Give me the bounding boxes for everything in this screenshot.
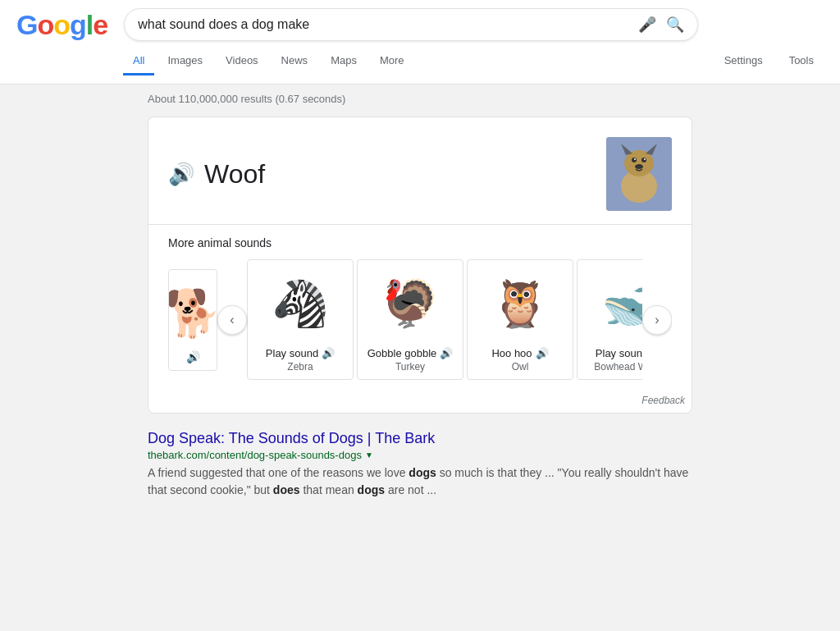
search-bar[interactable]: 🎤 🔍	[124, 8, 698, 41]
animal-sound-turkey: Gobble gobble 🔊	[364, 347, 456, 359]
main-content: About 110,000,000 results (0.67 seconds)…	[0, 85, 840, 507]
nav-bar: All Images Videos News Maps More Setting…	[16, 48, 824, 75]
animals-carousel: 🐕 🔊 ‹ 🦓 Play sound 🔊 Zebra	[168, 259, 672, 380]
dog-image	[606, 137, 672, 211]
animal-sound-owl: Hoo hoo 🔊	[474, 347, 566, 359]
turkey-sound-label: Gobble gobble	[368, 347, 437, 359]
result-snippet: A friend suggested that one of the reaso…	[148, 464, 692, 499]
animal-img-owl: 🦉	[474, 267, 566, 341]
svg-point-6	[641, 158, 646, 162]
animal-card-zebra: 🦓 Play sound 🔊 Zebra	[247, 259, 354, 380]
animal-sounds-title: More animal sounds	[168, 236, 672, 249]
animal-img-whale: 🐋	[584, 267, 642, 341]
animals-list: 🦓 Play sound 🔊 Zebra 🦃 Gobble gobble 🔊	[247, 259, 642, 380]
result-count: About 110,000,000 results (0.67 seconds)	[148, 93, 692, 105]
tab-videos[interactable]: Videos	[216, 48, 268, 75]
search-button[interactable]: 🔍	[666, 16, 684, 34]
settings-link[interactable]: Settings	[714, 48, 773, 75]
turkey-sound-icon[interactable]: 🔊	[440, 347, 453, 359]
animal-card-whale: 🐋 Play sound 🔊 Bowhead Whale	[577, 259, 642, 380]
animal-sound-zebra: Play sound 🔊	[254, 347, 346, 359]
search-icons: 🎤 🔍	[638, 16, 684, 34]
header-top: Google 🎤 🔍	[16, 8, 824, 41]
tab-images[interactable]: Images	[158, 48, 212, 75]
turkey-name: Turkey	[364, 361, 456, 373]
tab-news[interactable]: News	[272, 48, 318, 75]
dog-svg	[606, 137, 672, 211]
feedback-link[interactable]: Feedback	[148, 391, 692, 413]
zebra-sound-icon[interactable]: 🔊	[322, 347, 335, 359]
svg-point-9	[635, 164, 643, 169]
dropdown-icon[interactable]: ▼	[365, 450, 373, 460]
knowledge-panel: 🔊 Woof	[148, 117, 692, 414]
panel-top: 🔊 Woof	[148, 117, 692, 224]
whale-sound-label: Play sound	[596, 347, 642, 359]
zebra-sound-label: Play sound	[266, 347, 318, 359]
svg-point-7	[634, 158, 636, 160]
animal-card-owl: 🦉 Hoo hoo 🔊 Owl	[467, 259, 573, 380]
partial-animal-img: 🐕	[176, 277, 210, 350]
owl-name: Owl	[474, 361, 566, 373]
svg-point-8	[644, 158, 646, 160]
nav-tabs: All Images Videos News Maps More	[123, 48, 414, 75]
nav-right: Settings Tools	[714, 48, 824, 75]
search-result: Dog Speak: The Sounds of Dogs | The Bark…	[148, 430, 692, 499]
tab-more[interactable]: More	[370, 48, 414, 75]
partial-animal-card: 🐕 🔊	[168, 269, 217, 371]
result-url-text: thebark.com/content/dog-speak-sounds-dog…	[148, 449, 362, 461]
search-input[interactable]	[138, 17, 638, 32]
svg-point-5	[632, 158, 637, 162]
animal-img-turkey: 🦃	[364, 267, 456, 341]
whale-name: Bowhead Whale	[584, 361, 642, 373]
owl-sound-icon[interactable]: 🔊	[536, 347, 549, 359]
animal-card-turkey: 🦃 Gobble gobble 🔊 Turkey	[357, 259, 463, 380]
result-title: Dog Speak: The Sounds of Dogs | The Bark	[148, 430, 692, 447]
header: Google 🎤 🔍 All Images Videos News Maps M…	[0, 0, 840, 85]
animal-img-zebra: 🦓	[254, 267, 346, 341]
carousel-prev-button[interactable]: ‹	[217, 305, 247, 335]
tools-link[interactable]: Tools	[779, 48, 824, 75]
tab-all[interactable]: All	[123, 48, 154, 75]
animal-sounds-section: More animal sounds 🐕 🔊 ‹ 🦓 Play sound 🔊	[148, 224, 692, 391]
animal-sound-whale: Play sound 🔊	[584, 347, 642, 359]
owl-sound-label: Hoo hoo	[491, 347, 532, 359]
carousel-next-button[interactable]: ›	[642, 305, 672, 335]
woof-section: 🔊 Woof	[168, 159, 265, 190]
zebra-name: Zebra	[254, 361, 346, 373]
microphone-icon[interactable]: 🎤	[638, 16, 656, 34]
woof-text: Woof	[204, 159, 265, 190]
tab-maps[interactable]: Maps	[321, 48, 367, 75]
result-title-link[interactable]: Dog Speak: The Sounds of Dogs | The Bark	[148, 430, 435, 446]
result-url: thebark.com/content/dog-speak-sounds-dog…	[148, 449, 692, 461]
google-logo: Google	[16, 9, 107, 41]
speaker-icon[interactable]: 🔊	[168, 162, 194, 187]
partial-sound-icon[interactable]: 🔊	[186, 350, 200, 364]
